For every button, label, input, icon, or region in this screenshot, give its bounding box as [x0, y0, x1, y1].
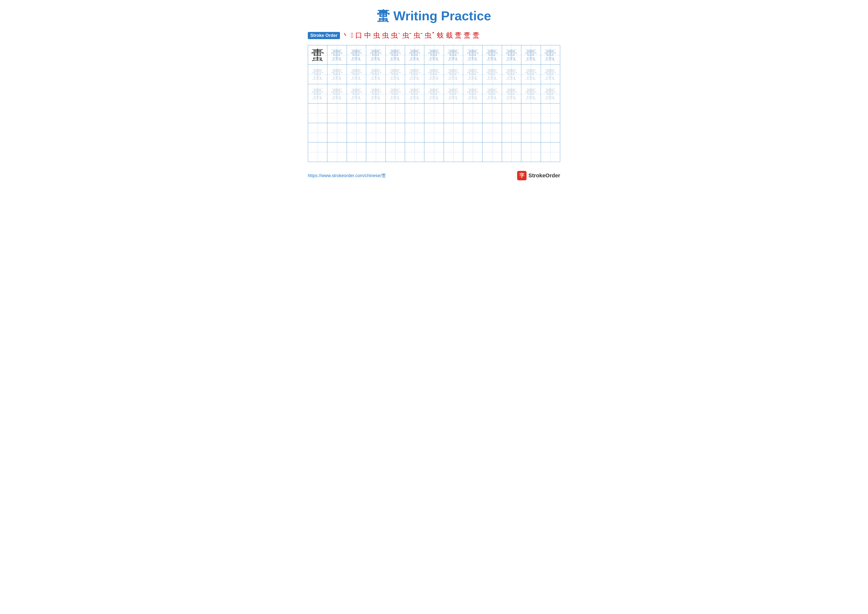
- grid-cell[interactable]: [521, 104, 541, 123]
- char-display: 蟗: [389, 68, 401, 81]
- grid-cell[interactable]: [463, 123, 482, 142]
- grid-cell[interactable]: [308, 123, 327, 142]
- grid-cell[interactable]: 蟗: [424, 84, 444, 103]
- grid-cell[interactable]: [405, 104, 424, 123]
- stroke-15: 蟗: [473, 31, 479, 40]
- grid-cell[interactable]: [386, 142, 405, 162]
- grid-cell[interactable]: [327, 104, 347, 123]
- grid-cell[interactable]: 蟗: [405, 45, 424, 65]
- footer-url[interactable]: https://www.strokeorder.com/chinese/蟗: [308, 173, 386, 179]
- grid-cell[interactable]: 蟗: [308, 45, 327, 65]
- table-row: [308, 123, 560, 142]
- grid-cell[interactable]: 蟗: [463, 84, 482, 103]
- grid-cell[interactable]: 蟗: [541, 84, 560, 103]
- grid-cell[interactable]: [347, 123, 366, 142]
- stroke-11: 蚑: [437, 31, 444, 40]
- grid-cell[interactable]: 蟗: [521, 84, 541, 103]
- grid-cell[interactable]: [502, 104, 521, 123]
- grid-cell[interactable]: [386, 104, 405, 123]
- grid-cell[interactable]: 蟗: [386, 45, 405, 65]
- grid-cell[interactable]: 蟗: [444, 84, 463, 103]
- grid-cell[interactable]: [347, 104, 366, 123]
- grid-cell[interactable]: 蟗: [463, 65, 482, 84]
- grid-cell[interactable]: [308, 104, 327, 123]
- grid-cell[interactable]: 蟗: [502, 84, 521, 103]
- grid-cell[interactable]: [444, 142, 463, 162]
- grid-cell[interactable]: [444, 123, 463, 142]
- grid-cell[interactable]: [444, 104, 463, 123]
- grid-cell[interactable]: 蟗: [424, 45, 444, 65]
- grid-cell[interactable]: 蟗: [405, 84, 424, 103]
- char-display: 蟗: [428, 48, 440, 61]
- grid-cell[interactable]: [502, 142, 521, 162]
- char-display: 蟗: [370, 48, 382, 61]
- grid-cell[interactable]: [502, 123, 521, 142]
- char-display: 蟗: [409, 87, 421, 100]
- grid-cell[interactable]: 蟗: [327, 84, 347, 103]
- stroke-12: 蛓: [446, 31, 453, 40]
- grid-cell[interactable]: 蟗: [308, 65, 327, 84]
- table-row: 蟗 蟗 蟗 蟗 蟗 蟗 蟗 蟗 蟗 蟗 蟗 蟗 蟗: [308, 65, 560, 84]
- grid-cell[interactable]: 蟗: [327, 65, 347, 84]
- char-display: 蟗: [525, 87, 537, 100]
- grid-cell[interactable]: 蟗: [366, 84, 386, 103]
- grid-cell[interactable]: 蟗: [482, 84, 502, 103]
- grid-cell[interactable]: 蟗: [541, 45, 560, 65]
- grid-cell[interactable]: [541, 123, 560, 142]
- char-display: 蟗: [350, 68, 362, 81]
- grid-cell[interactable]: 蟗: [521, 45, 541, 65]
- grid-cell[interactable]: [482, 142, 502, 162]
- grid-cell[interactable]: [463, 142, 482, 162]
- grid-cell[interactable]: 蟗: [521, 65, 541, 84]
- grid-cell[interactable]: 蟗: [308, 84, 327, 103]
- grid-cell[interactable]: [521, 142, 541, 162]
- grid-cell[interactable]: [541, 104, 560, 123]
- grid-cell[interactable]: 蟗: [541, 65, 560, 84]
- grid-cell[interactable]: 蟗: [327, 45, 347, 65]
- grid-cell[interactable]: 蟗: [444, 45, 463, 65]
- grid-cell[interactable]: [386, 123, 405, 142]
- grid-cell[interactable]: [424, 142, 444, 162]
- grid-cell[interactable]: 蟗: [366, 45, 386, 65]
- grid-cell[interactable]: 蟗: [482, 65, 502, 84]
- grid-cell[interactable]: [405, 123, 424, 142]
- grid-cell[interactable]: 蟗: [482, 45, 502, 65]
- grid-cell[interactable]: 蟗: [347, 65, 366, 84]
- grid-cell[interactable]: [327, 123, 347, 142]
- stroke-4: 中: [364, 31, 371, 40]
- grid-cell[interactable]: 蟗: [386, 65, 405, 84]
- grid-cell[interactable]: 蟗: [366, 65, 386, 84]
- char-display: 蟗: [447, 48, 459, 61]
- grid-cell[interactable]: 蟗: [502, 45, 521, 65]
- grid-cell[interactable]: 蟗: [405, 65, 424, 84]
- grid-cell[interactable]: [541, 142, 560, 162]
- grid-cell[interactable]: 蟗: [347, 84, 366, 103]
- footer: https://www.strokeorder.com/chinese/蟗 字 …: [308, 171, 560, 180]
- grid-cell[interactable]: [347, 142, 366, 162]
- grid-cell[interactable]: [482, 104, 502, 123]
- grid-cell[interactable]: [308, 142, 327, 162]
- grid-cell[interactable]: [482, 123, 502, 142]
- grid-cell[interactable]: [366, 142, 386, 162]
- stroke-5: 虫: [373, 31, 380, 40]
- grid-cell[interactable]: [405, 142, 424, 162]
- char-display: 蟗: [312, 87, 324, 100]
- char-display: 蟗: [544, 48, 556, 61]
- char-display: 蟗: [428, 68, 440, 81]
- grid-cell[interactable]: 蟗: [347, 45, 366, 65]
- grid-cell[interactable]: [327, 142, 347, 162]
- grid-cell[interactable]: [463, 104, 482, 123]
- char-display: 蟗: [505, 87, 518, 100]
- grid-cell[interactable]: [366, 104, 386, 123]
- grid-cell[interactable]: 蟗: [463, 45, 482, 65]
- grid-cell[interactable]: 蟗: [502, 65, 521, 84]
- grid-cell[interactable]: 蟗: [386, 84, 405, 103]
- grid-cell[interactable]: [424, 104, 444, 123]
- grid-cell[interactable]: [521, 123, 541, 142]
- grid-cell[interactable]: 蟗: [424, 65, 444, 84]
- grid-cell[interactable]: 蟗: [444, 65, 463, 84]
- grid-cell[interactable]: [366, 123, 386, 142]
- grid-cell[interactable]: [424, 123, 444, 142]
- practice-grid: 蟗 蟗 蟗 蟗 蟗 蟗 蟗 蟗 蟗 蟗 蟗 蟗 蟗 蟗 蟗 蟗 蟗 蟗 蟗 蟗 …: [308, 45, 560, 162]
- stroke-1: 丶: [342, 31, 349, 40]
